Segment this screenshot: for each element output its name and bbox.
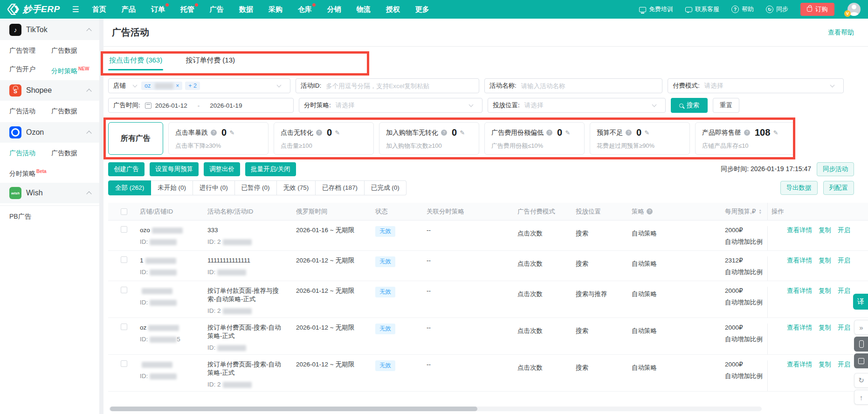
menu-toggle-icon[interactable]: ☰ xyxy=(72,5,79,14)
enable-link[interactable]: 开启 xyxy=(838,227,850,234)
view-details-link[interactable]: 查看详情 xyxy=(787,324,812,331)
activity-name-field[interactable]: 活动名称: xyxy=(484,78,662,93)
activity-id-input[interactable] xyxy=(326,83,474,90)
enable-link[interactable]: 开启 xyxy=(838,257,850,264)
activity-id-field[interactable]: 活动ID: xyxy=(296,78,479,93)
status-tab[interactable]: 无效 (75) xyxy=(277,180,316,195)
view-details-link[interactable]: 查看详情 xyxy=(787,287,812,294)
nav-chat[interactable]: 联系客服 xyxy=(685,5,719,14)
copy-link[interactable]: 复制 xyxy=(819,324,831,331)
sidebar-item[interactable]: 分时策略NEW xyxy=(51,60,89,78)
export-data-button[interactable]: 导出数据 xyxy=(780,181,818,195)
sidebar-section-shopee[interactable]: SShopee xyxy=(0,80,99,101)
row-checkbox[interactable] xyxy=(121,256,127,263)
bulk-action-button[interactable]: 批量开启/关闭 xyxy=(245,162,296,176)
nav-menu-item[interactable]: 授权 xyxy=(386,5,400,14)
end-date[interactable]: 2026-01-19 xyxy=(210,102,242,109)
reset-button[interactable]: 重置 xyxy=(713,98,739,113)
enable-link[interactable]: 开启 xyxy=(838,361,850,368)
tab[interactable]: 按点击付费 (363) xyxy=(108,47,163,74)
nav-menu-item[interactable]: 采购 xyxy=(269,5,282,14)
subscribe-button[interactable]: 订购 xyxy=(800,3,834,16)
nav-menu-item[interactable]: 数据 xyxy=(239,5,253,14)
row-checkbox[interactable] xyxy=(121,324,127,330)
status-tab[interactable]: 全部 (262) xyxy=(108,180,151,195)
alert-card[interactable]: 广告费用份额偏低?0✎广告费用份额≤10% xyxy=(484,122,585,155)
pay-mode-select[interactable]: 付费模式: 请选择 xyxy=(668,78,844,93)
edit-icon[interactable]: ✎ xyxy=(644,129,649,136)
horizontal-scrollbar[interactable] xyxy=(109,407,762,411)
sidebar-section-tiktok[interactable]: ♪TikTok xyxy=(0,20,99,40)
nav-menu-item[interactable]: 订单 xyxy=(151,5,165,14)
start-date[interactable]: 2026-01-12 xyxy=(155,102,187,109)
edit-icon[interactable]: ✎ xyxy=(335,129,340,136)
row-checkbox[interactable] xyxy=(121,360,127,367)
view-details-link[interactable]: 查看详情 xyxy=(787,361,812,368)
user-avatar[interactable]: V xyxy=(847,3,861,16)
sidebar-item[interactable]: 广告数据 xyxy=(51,102,77,120)
nav-monitor[interactable]: 免费培训 xyxy=(639,5,673,14)
activity-name-input[interactable] xyxy=(521,83,657,90)
nav-menu-item[interactable]: 广告 xyxy=(210,5,224,14)
status-tab[interactable]: 进行中 (0) xyxy=(193,180,235,195)
sidebar-section-ozon[interactable]: Ozon xyxy=(0,122,99,143)
status-tab[interactable]: 已完成 (0) xyxy=(365,180,406,195)
column-config-button[interactable]: 列配置 xyxy=(823,181,854,195)
all-ads-card[interactable]: 所有广告 xyxy=(108,122,163,155)
nav-menu-item[interactable]: 首页 xyxy=(92,5,106,14)
status-tab[interactable]: 已暂停 (0) xyxy=(235,180,277,195)
nav-menu-item[interactable]: 物流 xyxy=(357,5,371,14)
shop-tag[interactable]: oz× xyxy=(141,82,182,90)
sidebar-item[interactable]: 分时策略Beta xyxy=(9,162,47,181)
sidebar-item[interactable]: 广告开户 xyxy=(9,60,35,78)
bulk-action-button[interactable]: 调整出价 xyxy=(204,162,240,176)
placement-select[interactable]: 投放位置: 请选择 xyxy=(488,98,666,113)
copy-link[interactable]: 复制 xyxy=(819,361,831,368)
alert-card[interactable]: 点击率暴跌?0✎点击率下降≥30% xyxy=(168,122,269,155)
feedback-button[interactable] xyxy=(854,353,868,368)
tab[interactable]: 按订单付费 (13) xyxy=(185,47,236,74)
sidebar-item[interactable]: 广告数据 xyxy=(51,144,77,162)
shop-tag-more[interactable]: + 2 xyxy=(185,82,200,90)
enable-link[interactable]: 开启 xyxy=(838,324,850,331)
bulk-action-button[interactable]: 创建广告 xyxy=(108,162,145,176)
scrollbar-thumb[interactable] xyxy=(110,407,477,411)
view-details-link[interactable]: 查看详情 xyxy=(787,257,812,264)
copy-link[interactable]: 复制 xyxy=(819,257,831,264)
sidebar-item[interactable]: 广告数据 xyxy=(51,41,77,60)
app-logo[interactable]: 妙手ERP xyxy=(7,3,60,15)
alert-card[interactable]: 预算不足?0✎花费超过周预算≥90% xyxy=(590,122,690,155)
refresh-button[interactable]: ↻ xyxy=(854,373,868,388)
collapse-button[interactable]: » xyxy=(854,320,868,335)
alert-card[interactable]: 加入购物车无转化?0✎加入购物车次数≥100 xyxy=(379,122,479,155)
alert-card[interactable]: 产品即将售罄?108✎店铺产品库存≤10 xyxy=(695,122,795,155)
nav-question-circle[interactable]: ?帮助 xyxy=(731,5,754,14)
sort-icon[interactable]: ▲▼ xyxy=(758,209,762,214)
nav-sync[interactable]: ↻同步 xyxy=(766,5,788,14)
select-all-checkbox[interactable] xyxy=(121,208,127,215)
view-help-link[interactable]: 查看帮助 xyxy=(828,28,854,37)
edit-icon[interactable]: ✎ xyxy=(565,129,570,136)
nav-menu-item[interactable]: 仓库 xyxy=(298,5,312,14)
search-button[interactable]: 搜索 xyxy=(671,98,708,113)
shop-filter-select[interactable]: 店铺 oz× + 2 xyxy=(108,78,290,93)
row-checkbox[interactable] xyxy=(121,287,127,293)
copy-link[interactable]: 复制 xyxy=(819,227,831,234)
sidebar-section-wish[interactable]: wishWish xyxy=(0,183,99,203)
back-top-button[interactable]: ↑ xyxy=(854,390,868,405)
translate-button[interactable]: 译 xyxy=(853,294,868,310)
bulk-action-button[interactable]: 设置每周预算 xyxy=(150,162,199,176)
sidebar-item[interactable]: 广告活动 xyxy=(9,102,35,120)
edit-icon[interactable]: ✎ xyxy=(773,129,778,136)
status-tab[interactable]: 未开始 (0) xyxy=(151,180,193,195)
sidebar-item[interactable]: 广告活动 xyxy=(9,144,35,162)
edit-icon[interactable]: ✎ xyxy=(229,129,234,136)
enable-link[interactable]: 开启 xyxy=(838,287,850,294)
sidebar-item[interactable]: 广告管理 xyxy=(9,41,35,60)
alert-card[interactable]: 点击无转化?0✎点击量≥100 xyxy=(274,122,374,155)
sync-activity-button[interactable]: 同步活动 xyxy=(817,162,854,176)
row-checkbox[interactable] xyxy=(121,226,127,233)
status-tab[interactable]: 已存档 (187) xyxy=(316,180,365,195)
sidebar-item-pb-ads[interactable]: PB广告 xyxy=(0,205,99,226)
nav-menu-item[interactable]: 产品 xyxy=(122,5,136,14)
